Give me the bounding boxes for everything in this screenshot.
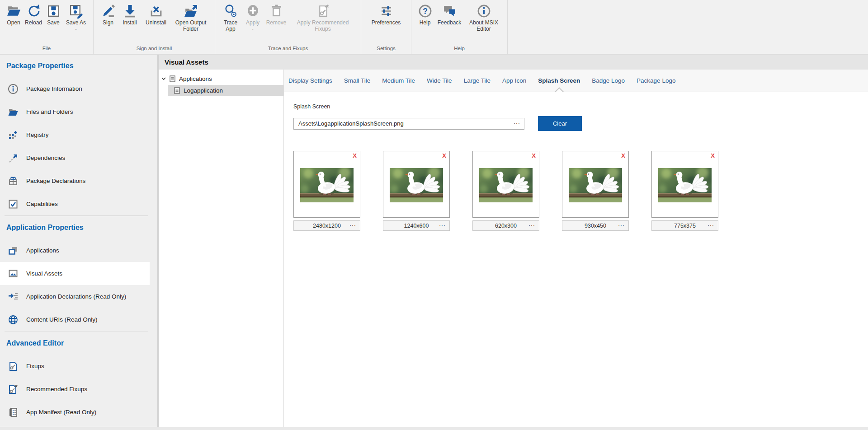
clear-button[interactable]: Clear [538,116,582,131]
feedback-button[interactable]: Feedback [434,3,464,26]
size-label: 620x300 [495,223,517,229]
more-options-button[interactable]: ... [528,221,535,227]
tab-display-settings[interactable]: Display Settings [288,77,332,84]
uninstall-label: Uninstall [146,20,166,26]
size-label: 775x375 [674,223,696,229]
help-question-icon: ? [418,4,433,19]
browse-button[interactable]: ... [514,119,520,125]
main-panel: Visual Assets Applications [159,55,868,427]
tab-large-tile[interactable]: Large Tile [464,77,491,84]
splash-thumbnails: X 2480x1200 ... X [293,151,868,231]
more-options-button[interactable]: ... [439,221,446,227]
ribbon-group-file: Open Reload Save [0,0,94,54]
apply-label: Apply [246,20,259,26]
apply-dropdown-icon: ⌄ [251,27,255,30]
image-icon [8,268,19,279]
size-label-box: 620x300 ... [472,220,539,231]
about-info-icon [476,4,491,19]
reload-button[interactable]: Reload [23,3,44,26]
remove-label: Remove [266,20,287,26]
globe-icon [8,314,19,325]
reload-icon [26,4,41,19]
help-label: Help [420,20,431,26]
more-options-button[interactable]: ... [708,221,714,227]
dove-splash-image [300,168,354,202]
apply-recommended-fixups-icon [316,4,330,19]
remove-asset-icon[interactable]: X [711,153,715,159]
manifest-scroll-icon [8,407,19,418]
remove-asset-icon[interactable]: X [532,153,536,159]
thumbnail-image-frame: X [562,151,629,218]
sidebar-item-label: Visual Assets [26,270,62,277]
sidebar-item-visual-assets[interactable]: Visual Assets [0,262,150,285]
size-label-box: 930x450 ... [562,220,629,231]
thumbnail-image-frame: X [383,151,450,218]
sidebar-item-label: Registry [26,131,49,138]
tab-splash-screen[interactable]: Splash Screen [538,77,580,84]
ribbon-group-trace-fixups: Trace App Apply ⌄ Remove [215,0,361,54]
sidebar-item-fixups[interactable]: Fixups [0,355,157,378]
open-button[interactable]: Open [4,3,23,26]
sidebar-item-package-declarations[interactable]: Package Declarations [0,169,157,192]
install-button[interactable]: Install [118,3,141,26]
tab-wide-tile[interactable]: Wide Tile [427,77,452,84]
dove-splash-image [390,168,443,202]
page-title: Visual Assets [159,55,868,70]
remove-asset-icon[interactable]: X [353,153,357,159]
declarations-arrow-icon [8,291,19,302]
sidebar-item-application-declarations[interactable]: Application Declarations (Read Only) [0,285,157,308]
sidebar-item-label: Content URIs (Read Only) [26,316,98,323]
more-options-button[interactable]: ... [618,221,625,227]
sidebar-item-applications[interactable]: Applications [0,239,157,262]
dove-splash-image [479,168,533,202]
visual-assets-pane: Display Settings Small Tile Medium Tile … [284,70,868,427]
thumbnail-image-frame: X [651,151,718,218]
uninstall-button[interactable]: Uninstall [141,3,171,26]
help-button[interactable]: ? Help [415,3,434,26]
sidebar-item-registry[interactable]: Registry [0,123,157,146]
chevron-down-icon [161,77,166,80]
sign-label: Sign [103,20,113,26]
sidebar-item-capabilities[interactable]: Capabilities [0,192,157,215]
thumbnail-930x450: X 930x450 ... [562,151,630,231]
about-msix-editor-button[interactable]: About MSIX Editor [464,3,503,33]
size-label-box: 1240x600 ... [383,220,450,231]
folder-icon [8,107,19,117]
remove-asset-icon[interactable]: X [442,153,446,159]
save-icon [46,4,61,19]
splash-path-input[interactable] [293,118,524,130]
tree-node-applications[interactable]: Applications [159,73,283,85]
sidebar-item-recommended-fixups[interactable]: Recommended Fixups [0,378,157,401]
save-as-button[interactable]: Save As ⌄ [63,3,89,30]
trace-app-button[interactable]: Trace App [219,3,242,33]
tree-node-logapplication[interactable]: Logapplication [168,85,283,96]
tab-badge-logo[interactable]: Badge Logo [592,77,625,84]
open-output-folder-label: Open Output Folder [171,20,211,33]
uninstall-icon [149,4,164,19]
preferences-button[interactable]: Preferences [365,3,407,26]
tab-small-tile[interactable]: Small Tile [344,77,371,84]
more-options-button[interactable]: ... [349,221,356,227]
tab-app-icon[interactable]: App Icon [502,77,526,84]
open-output-folder-button[interactable]: Open Output Folder [171,3,211,33]
save-as-dropdown-icon[interactable]: ⌄ [74,27,78,30]
thumbnail-775x375: X 775x375 ... [651,151,719,231]
sidebar-item-app-manifest[interactable]: App Manifest (Read Only) [0,401,157,424]
ribbon-group-label-trace-fixups: Trace and Fixups [215,45,361,54]
sign-button[interactable]: Sign [98,3,118,26]
ribbon-group-label-file: File [0,45,93,54]
save-button[interactable]: Save [44,3,63,26]
tab-medium-tile[interactable]: Medium Tile [382,77,415,84]
tree-node-label: Applications [179,75,212,82]
sidebar-item-files-and-folders[interactable]: Files and Folders [0,100,157,123]
tab-package-logo[interactable]: Package Logo [637,77,675,84]
document-icon [170,75,175,82]
install-arrow-icon [123,4,137,19]
checkbox-icon [8,199,19,210]
remove-asset-icon[interactable]: X [621,153,625,159]
sidebar-item-dependencies[interactable]: Dependencies [0,146,157,169]
navigation-sidebar: Package Properties Package Information F… [0,55,159,427]
tree-node-label: Logapplication [184,87,223,94]
sidebar-item-package-information[interactable]: Package Information [0,77,157,100]
sidebar-item-content-uris[interactable]: Content URIs (Read Only) [0,308,157,331]
